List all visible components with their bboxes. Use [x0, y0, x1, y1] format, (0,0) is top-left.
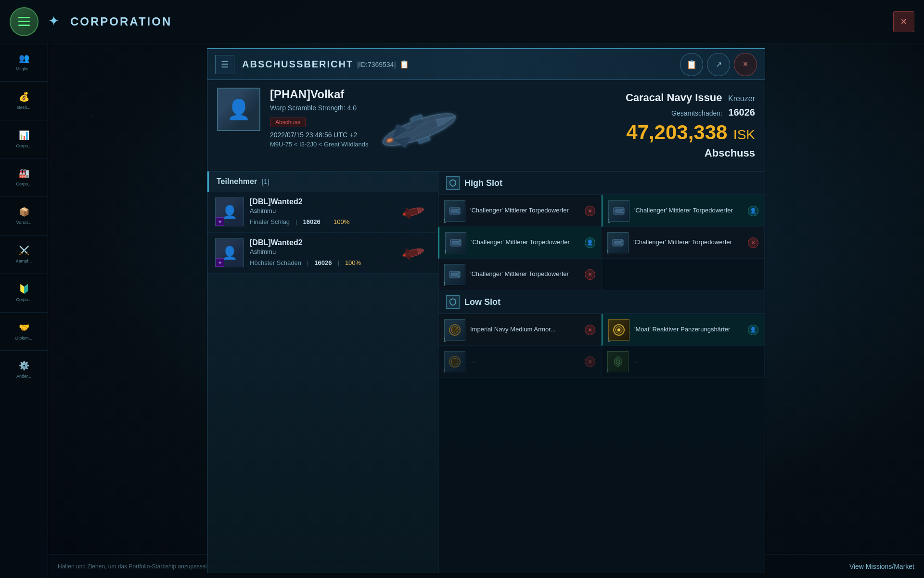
- fitting-name-hs-1: 'Challenger' Mittlerer Torpedowerfer: [470, 206, 580, 215]
- ship-thumbnail-1: [397, 197, 430, 226]
- fitting-icon-ls-4: [607, 351, 629, 372]
- hamburger-icon: [18, 17, 30, 26]
- participant-avatar-2: 👤 ★: [215, 238, 244, 267]
- killmail-content: Teilnehmer [1] 👤 ★ [DBL]Wanted2 Ashimmu …: [207, 171, 765, 573]
- svg-rect-22: [451, 210, 458, 212]
- clipboard-icon: 📋: [686, 59, 697, 70]
- export-button[interactable]: ↗: [707, 53, 730, 76]
- fitting-qty-hs-4: 1: [606, 250, 609, 255]
- kampf-icon: ⚔️: [19, 245, 29, 256]
- participant-details-1: [DBL]Wanted2 Ashimmu Finaler Schlag | 16…: [250, 197, 391, 225]
- low-slot-header: Low Slot: [438, 290, 765, 314]
- total-damage-value: 16026: [728, 107, 755, 118]
- participant-stats-2: Höchster Schaden | 16026 | 100%: [250, 259, 391, 266]
- svg-rect-28: [622, 212, 624, 213]
- fitting-item-hs-2: 'Challenger' Mittlerer Torpedowerfer 👤 1: [602, 195, 765, 227]
- sidebar-item-ander[interactable]: ⚙️ Ander...: [0, 351, 48, 389]
- svg-point-47: [451, 358, 458, 365]
- highest-label: Höchster Schaden: [250, 259, 301, 266]
- fitting-status-hs-2: 👤: [748, 206, 758, 216]
- participant-stats-1: Finaler Schlag | 16026 | 100%: [250, 218, 391, 225]
- corpo1-icon: 📊: [19, 130, 29, 141]
- fitting-status-hs-4: ×: [748, 237, 758, 248]
- fitting-qty-hs-3: 1: [444, 250, 447, 255]
- top-close-button[interactable]: ×: [893, 11, 914, 32]
- participant-name-1: [DBL]Wanted2: [250, 197, 391, 206]
- killmail-header: 👤 [PHAN]Volkaf Warp Scramble Strength: 4…: [207, 80, 765, 171]
- diplom-label: Diplom...: [15, 336, 33, 341]
- participant-ship-2: Ashimmu: [250, 248, 391, 255]
- fitting-item-ls-3: ... × 1: [438, 346, 602, 378]
- svg-point-45: [617, 328, 620, 331]
- svg-rect-36: [621, 244, 623, 245]
- sidebar-item-besitz[interactable]: 💰 Besit...: [0, 82, 48, 120]
- fitting-icon-ls-3: [444, 351, 465, 372]
- fitting-status-hs-1: ×: [585, 206, 595, 216]
- corp-badge-1: ★: [216, 217, 224, 226]
- fitting-qty-ls-2: 1: [607, 337, 610, 342]
- corp-badge-2: ★: [216, 258, 224, 267]
- fitting-item-hs-6: [602, 259, 765, 290]
- fitting-qty-hs-2: 1: [607, 218, 610, 223]
- stat-pct-1: 100%: [334, 218, 349, 225]
- corpo2-label: Corpo...: [16, 182, 31, 187]
- titlebar-menu-icon: ☰: [221, 59, 229, 70]
- fitting-qty-hs-5: 1: [443, 281, 446, 287]
- sidebar-item-corpo3[interactable]: 🔰 Corpo...: [0, 274, 48, 313]
- fitting-item-ls-2: 'Moat' Reaktiver Panzerungshärter 👤 1: [602, 314, 765, 346]
- fitting-item-hs-5: 'Challenger' Mittlerer Torpedowerfer × 1: [438, 259, 602, 290]
- svg-rect-30: [452, 241, 459, 244]
- fitting-item-hs-1: 'Challenger' Mittlerer Torpedowerfer × 1: [438, 195, 602, 227]
- participant-ship-1: Ashimmu: [250, 207, 391, 214]
- participants-count: [1]: [262, 178, 270, 185]
- clipboard-button[interactable]: 📋: [680, 53, 703, 76]
- fitting-item-hs-4: 'Challenger' Mittlerer Torpedowerfer × 1: [602, 227, 765, 259]
- sidebar-item-mitglieder[interactable]: 👥 Mitglie...: [0, 43, 48, 82]
- window-close-button[interactable]: ×: [734, 53, 757, 76]
- ander-icon: ⚙️: [19, 360, 29, 371]
- ander-label: Ander...: [16, 374, 31, 379]
- svg-rect-38: [451, 273, 458, 276]
- fitting-item-ls-1: Imperial Navy Medium Armor... × 1: [438, 314, 602, 346]
- sidebar-item-corpo1[interactable]: 📊 Corpo...: [0, 120, 48, 159]
- high-slot-title: High Slot: [464, 178, 502, 188]
- ship-thumbnail-2: [397, 238, 430, 267]
- svg-point-0: [380, 107, 459, 152]
- fitting-name-hs-4: 'Challenger' Mittlerer Torpedowerfer: [633, 238, 743, 247]
- mitglieder-icon: 👥: [19, 53, 29, 64]
- ship-name-line: Caracal Navy Issue Kreuzer: [626, 92, 755, 104]
- ship-name: Caracal Navy Issue: [626, 92, 722, 104]
- kill-type-badge: Abschuss: [705, 147, 755, 159]
- copy-id-icon[interactable]: 📋: [399, 60, 409, 69]
- titlebar-menu-button[interactable]: ☰: [215, 55, 234, 74]
- fitting-name-hs-3: 'Challenger' Mittlerer Torpedowerfer: [471, 238, 580, 247]
- ship-class: Kreuzer: [728, 94, 755, 103]
- fitting-icon-ls-2: [608, 319, 629, 341]
- svg-rect-23: [458, 209, 460, 210]
- svg-rect-34: [615, 241, 621, 244]
- corporation-logo: ✦ CORPORATION: [48, 13, 172, 30]
- sidebar-item-vorrat[interactable]: 📦 Vorrat...: [0, 197, 48, 236]
- fitting-name-ls-2: 'Moat' Reaktiver Panzerungshärter: [634, 325, 743, 334]
- corpo3-label: Corpo...: [16, 297, 31, 302]
- participant-row: 👤 ★ [DBL]Wanted2 Ashimmu Finaler Schlag …: [207, 192, 438, 233]
- svg-rect-35: [621, 240, 623, 242]
- high-slot-grid: 'Challenger' Mittlerer Torpedowerfer × 1: [438, 195, 765, 290]
- fitting-qty-ls-3: 1: [443, 368, 446, 374]
- sidebar-item-corpo2[interactable]: 🏭 Corpo...: [0, 158, 48, 197]
- low-slot-shield-icon: [446, 295, 460, 309]
- hamburger-menu-button[interactable]: [10, 7, 38, 36]
- total-damage-line: Gesamtschaden: 16026: [671, 107, 755, 118]
- sidebar-item-diplom[interactable]: 🤝 Diplom...: [0, 313, 48, 351]
- corp-star-icon: ✦: [48, 13, 65, 30]
- kampf-label: Kampf...: [16, 259, 32, 264]
- participants-panel: Teilnehmer [1] 👤 ★ [DBL]Wanted2 Ashimmu …: [207, 171, 438, 573]
- mitglieder-label: Mitglie...: [16, 66, 32, 72]
- fitting-icon-hs-3: [445, 232, 466, 253]
- sidebar-item-kampf[interactable]: ⚔️ Kampf...: [0, 236, 48, 274]
- pilot-avatar: 👤: [217, 88, 260, 131]
- svg-rect-27: [622, 209, 624, 210]
- fitting-icon-hs-2: [608, 200, 629, 222]
- participant-row-2: 👤 ★ [DBL]Wanted2 Ashimmu Höchster Schade…: [207, 233, 438, 274]
- svg-rect-32: [459, 244, 461, 245]
